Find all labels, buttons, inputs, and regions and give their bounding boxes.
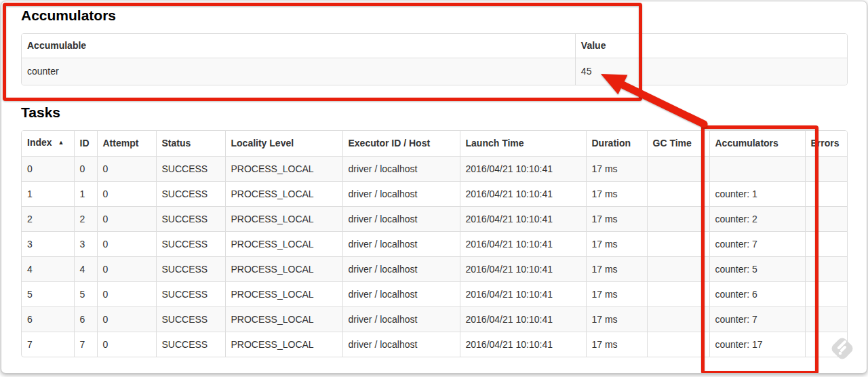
cell-duration: 17 ms — [586, 232, 647, 257]
cell-value: 45 — [575, 58, 847, 85]
page-content: Accumulators Accumulable Value counter45 — [1, 1, 867, 357]
cell-locality-level: PROCESS_LOCAL — [225, 207, 342, 232]
cell-duration: 17 ms — [586, 332, 647, 357]
cell-errors — [805, 332, 848, 357]
cell-gc-time — [647, 207, 709, 232]
sort-ascending-icon: ▲ — [58, 139, 64, 146]
tasks-header-row: Index▲ ID Attempt Status Locality Level … — [22, 131, 848, 157]
cell-locality-level: PROCESS_LOCAL — [225, 257, 342, 282]
cell-index: 2 — [22, 207, 74, 232]
cell-accumulators: counter: 5 — [709, 257, 805, 282]
cell-gc-time — [647, 282, 709, 307]
table-row: 000SUCCESSPROCESS_LOCALdriver / localhos… — [22, 157, 848, 182]
cell-index: 4 — [22, 257, 74, 282]
cell-gc-time — [647, 332, 709, 357]
column-header-launch-time[interactable]: Launch Time — [460, 131, 586, 157]
cell-duration: 17 ms — [586, 182, 647, 207]
column-header-locality-level[interactable]: Locality Level — [225, 131, 342, 157]
column-header-value: Value — [575, 34, 847, 58]
cell-attempt: 0 — [97, 182, 156, 207]
tasks-table-panel: Index▲ ID Attempt Status Locality Level … — [21, 130, 848, 357]
table-row: 330SUCCESSPROCESS_LOCALdriver / localhos… — [22, 232, 848, 257]
column-header-errors[interactable]: Errors — [805, 131, 848, 157]
column-header-status[interactable]: Status — [156, 131, 225, 157]
cell-duration: 17 ms — [586, 307, 647, 332]
page: Accumulators Accumulable Value counter45 — [0, 0, 868, 377]
cell-executor-id-host: driver / localhost — [342, 257, 460, 282]
column-header-duration[interactable]: Duration — [586, 131, 647, 157]
accumulators-table-body: counter45 — [22, 58, 847, 85]
table-row: 220SUCCESSPROCESS_LOCALdriver / localhos… — [22, 207, 848, 232]
cell-duration: 17 ms — [586, 282, 647, 307]
cell-executor-id-host: driver / localhost — [342, 332, 460, 357]
column-header-index[interactable]: Index▲ — [22, 131, 74, 157]
spark-stage-page: Accumulators Accumulable Value counter45 — [1, 1, 867, 374]
cell-errors — [805, 257, 848, 282]
cell-executor-id-host: driver / localhost — [342, 182, 460, 207]
cell-id: 7 — [74, 332, 97, 357]
cell-executor-id-host: driver / localhost — [342, 207, 460, 232]
accumulators-table-panel: Accumulable Value counter45 — [21, 33, 848, 85]
cell-locality-level: PROCESS_LOCAL — [225, 332, 342, 357]
cell-launch-time: 2016/04/21 10:10:41 — [460, 207, 586, 232]
cell-id: 4 — [74, 257, 97, 282]
cell-status: SUCCESS — [156, 307, 225, 332]
cell-status: SUCCESS — [156, 257, 225, 282]
cell-id: 0 — [74, 157, 97, 182]
column-header-attempt[interactable]: Attempt — [97, 131, 156, 157]
cell-executor-id-host: driver / localhost — [342, 307, 460, 332]
accumulators-header-row: Accumulable Value — [22, 34, 847, 58]
cell-id: 6 — [74, 307, 97, 332]
cell-launch-time: 2016/04/21 10:10:41 — [460, 332, 586, 357]
column-header-id[interactable]: ID — [74, 131, 97, 157]
cell-duration: 17 ms — [586, 157, 647, 182]
cell-executor-id-host: driver / localhost — [342, 282, 460, 307]
cell-launch-time: 2016/04/21 10:10:41 — [460, 182, 586, 207]
cell-duration: 17 ms — [586, 207, 647, 232]
tasks-section-heading: Tasks — [21, 104, 848, 121]
cell-attempt: 0 — [97, 332, 156, 357]
column-header-index-label: Index — [27, 137, 52, 148]
cell-accumulators: counter: 7 — [709, 232, 805, 257]
cell-launch-time: 2016/04/21 10:10:41 — [460, 157, 586, 182]
cell-accumulators: counter: 17 — [709, 332, 805, 357]
column-header-gc-time[interactable]: GC Time — [647, 131, 709, 157]
cell-gc-time — [647, 182, 709, 207]
cell-locality-level: PROCESS_LOCAL — [225, 282, 342, 307]
table-row: counter45 — [22, 58, 847, 85]
cell-index: 5 — [22, 282, 74, 307]
cell-gc-time — [647, 257, 709, 282]
column-header-accumulable: Accumulable — [22, 34, 575, 58]
accumulators-table: Accumulable Value counter45 — [22, 34, 847, 85]
cell-attempt: 0 — [97, 307, 156, 332]
cell-attempt: 0 — [97, 282, 156, 307]
cell-accumulators: counter: 6 — [709, 282, 805, 307]
tasks-table: Index▲ ID Attempt Status Locality Level … — [22, 131, 848, 357]
cell-locality-level: PROCESS_LOCAL — [225, 157, 342, 182]
column-header-accumulators[interactable]: Accumulators — [709, 131, 805, 157]
cell-status: SUCCESS — [156, 207, 225, 232]
cell-errors — [805, 282, 848, 307]
cell-index: 3 — [22, 232, 74, 257]
cell-errors — [805, 232, 848, 257]
table-row: 550SUCCESSPROCESS_LOCALdriver / localhos… — [22, 282, 848, 307]
column-header-executor-id-host[interactable]: Executor ID / Host — [342, 131, 460, 157]
cell-locality-level: PROCESS_LOCAL — [225, 232, 342, 257]
cell-index: 1 — [22, 182, 74, 207]
cell-index: 7 — [22, 332, 74, 357]
cell-errors — [805, 157, 848, 182]
cell-errors — [805, 182, 848, 207]
cell-status: SUCCESS — [156, 282, 225, 307]
cell-executor-id-host: driver / localhost — [342, 232, 460, 257]
cell-accumulable: counter — [22, 58, 575, 85]
cell-status: SUCCESS — [156, 157, 225, 182]
cell-launch-time: 2016/04/21 10:10:41 — [460, 282, 586, 307]
cell-accumulators: counter: 2 — [709, 207, 805, 232]
cell-gc-time — [647, 307, 709, 332]
cell-attempt: 0 — [97, 257, 156, 282]
cell-gc-time — [647, 157, 709, 182]
cell-executor-id-host: driver / localhost — [342, 157, 460, 182]
table-row: 660SUCCESSPROCESS_LOCALdriver / localhos… — [22, 307, 848, 332]
cell-accumulators: counter: 1 — [709, 182, 805, 207]
cell-status: SUCCESS — [156, 182, 225, 207]
